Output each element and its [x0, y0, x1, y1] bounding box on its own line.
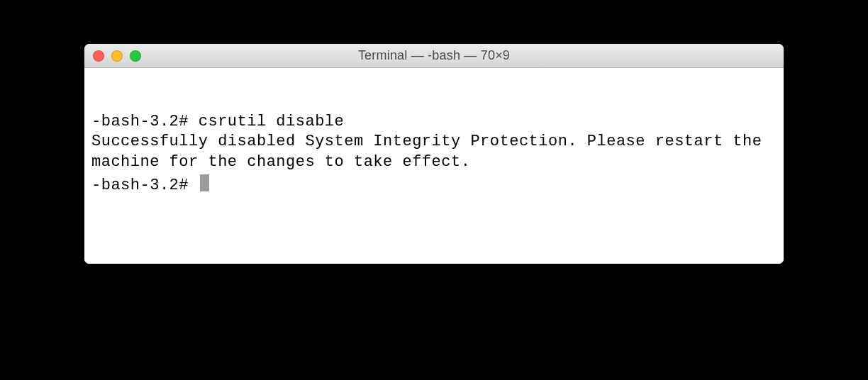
- terminal-output: -bash-3.2# csrutil disableSuccessfully d…: [91, 72, 777, 235]
- minimize-button[interactable]: [111, 50, 123, 62]
- prompt-text: -bash-3.2#: [91, 176, 199, 196]
- window-title: Terminal — -bash — 70×9: [84, 48, 784, 63]
- window-titlebar[interactable]: Terminal — -bash — 70×9: [84, 44, 784, 68]
- cursor-block: [200, 174, 209, 191]
- close-button[interactable]: [93, 50, 104, 62]
- terminal-window: Terminal — -bash — 70×9 -bash-3.2# csrut…: [84, 44, 784, 264]
- traffic-lights: [93, 50, 141, 62]
- zoom-button[interactable]: [130, 50, 141, 62]
- output-text: Successfully disabled System Integrity P…: [91, 132, 777, 172]
- prompt-text: -bash-3.2#: [91, 113, 199, 130]
- command-text: csrutil disable: [199, 113, 345, 130]
- terminal-content[interactable]: -bash-3.2# csrutil disableSuccessfully d…: [84, 68, 784, 264]
